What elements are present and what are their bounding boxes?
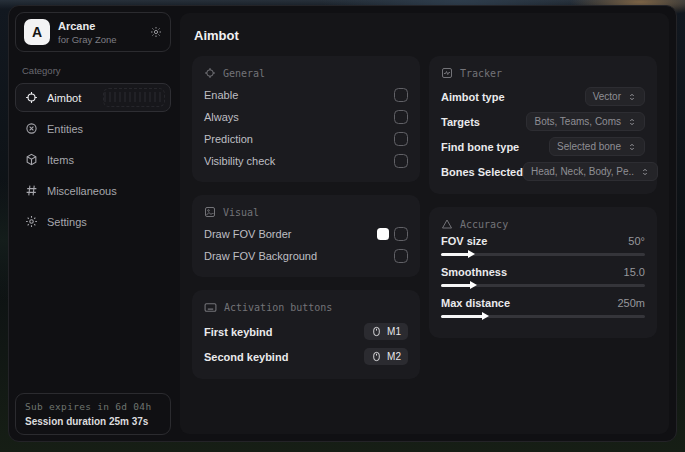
sub-expires-text: Sub expires in 6d 04h <box>25 401 161 412</box>
activity-icon <box>441 67 453 79</box>
toggle-row: Draw FOV Border <box>204 223 408 245</box>
sidebar: A Arcane for Gray Zone Category Aimbot <box>9 6 177 441</box>
select-label: Bones Selected <box>441 166 523 178</box>
session-duration-text: Session duration 25m 37s <box>25 416 161 427</box>
select-row: Aimbot type Vector <box>441 84 645 109</box>
always-checkbox[interactable] <box>394 110 408 124</box>
chevrons-up-down-icon <box>627 92 637 102</box>
chevrons-up-down-icon <box>627 142 637 152</box>
toggle-row: Visibility check <box>204 150 408 172</box>
tracker-card: Tracker Aimbot type Vector <box>429 56 657 194</box>
chevrons-up-down-icon <box>640 167 650 177</box>
slider-handle[interactable] <box>470 281 477 289</box>
triangle-icon <box>441 218 453 230</box>
draw-fov-background-checkbox[interactable] <box>394 249 408 263</box>
toggle-label: Prediction <box>204 133 253 145</box>
sidebar-item-items[interactable]: Items <box>15 145 171 174</box>
gear-icon[interactable] <box>150 26 162 38</box>
keyboard-icon <box>204 301 217 314</box>
keybind-row: First keybind M1 <box>204 319 408 344</box>
slider-value: 50° <box>628 235 645 247</box>
hash-icon <box>25 184 38 197</box>
activation-card: Activation buttons First keybind M1 <box>192 290 420 379</box>
sidebar-item-label: Miscellaneous <box>47 185 117 197</box>
toggle-label: Enable <box>204 89 238 101</box>
card-title: Visual <box>223 207 259 218</box>
slider-value: 15.0 <box>624 266 645 278</box>
brand-logo: A <box>24 19 50 45</box>
slider-group: FOV size 50° <box>441 235 645 259</box>
fov-size-slider[interactable] <box>441 249 645 259</box>
watermark-pattern <box>103 88 165 107</box>
slider-group: Smoothness 15.0 <box>441 266 645 290</box>
keybind-label: First keybind <box>204 326 272 338</box>
chevrons-up-down-icon <box>627 117 637 127</box>
image-icon <box>204 206 216 218</box>
select-value: Selected bone <box>557 141 621 152</box>
select-row: Find bone type Selected bone <box>441 134 645 159</box>
slider-fill <box>441 284 472 287</box>
second-keybind-button[interactable]: M2 <box>364 348 408 365</box>
targets-select[interactable]: Bots, Teams, Coms <box>526 112 645 131</box>
sidebar-item-label: Entities <box>47 123 83 135</box>
select-label: Aimbot type <box>441 91 505 103</box>
select-row: Bones Selected Head, Neck, Body, Pe.. <box>441 159 645 184</box>
toggle-row: Draw FOV Background <box>204 245 408 267</box>
slider-handle[interactable] <box>468 250 475 258</box>
card-title: General <box>223 68 265 79</box>
brand-name: Arcane <box>58 20 117 32</box>
color-swatch[interactable] <box>377 228 389 240</box>
select-value: Head, Neck, Body, Pe.. <box>531 166 634 177</box>
find-bone-type-select[interactable]: Selected bone <box>549 137 645 156</box>
brand-subtitle: for Gray Zone <box>58 34 117 45</box>
card-title: Accuracy <box>460 219 508 230</box>
card-title: Activation buttons <box>224 302 332 313</box>
toggle-row: Prediction <box>204 128 408 150</box>
slider-label: Max distance <box>441 297 510 309</box>
select-label: Find bone type <box>441 141 519 153</box>
sidebar-item-entities[interactable]: Entities <box>15 114 171 143</box>
slider-group: Max distance 250m <box>441 297 645 321</box>
sidebar-item-label: Aimbot <box>47 92 81 104</box>
sidebar-item-miscellaneous[interactable]: Miscellaneous <box>15 176 171 205</box>
visibility-check-checkbox[interactable] <box>394 154 408 168</box>
accuracy-card: Accuracy FOV size 50° <box>429 207 657 338</box>
smoothness-slider[interactable] <box>441 280 645 290</box>
slider-value: 250m <box>617 297 645 309</box>
page-title: Aimbot <box>194 28 655 43</box>
crosshair-icon <box>25 91 38 104</box>
slider-fill <box>441 315 484 318</box>
select-value: Vector <box>593 91 621 102</box>
bones-selected-select[interactable]: Head, Neck, Body, Pe.. <box>523 162 658 181</box>
max-distance-slider[interactable] <box>441 311 645 321</box>
slider-label: Smoothness <box>441 266 507 278</box>
sidebar-item-settings[interactable]: Settings <box>15 207 171 236</box>
sidebar-item-label: Settings <box>47 216 87 228</box>
toggle-label: Draw FOV Background <box>204 250 317 262</box>
enable-checkbox[interactable] <box>394 88 408 102</box>
select-value: Bots, Teams, Coms <box>534 116 621 127</box>
toggle-label: Draw FOV Border <box>204 228 291 240</box>
slider-handle[interactable] <box>482 312 489 320</box>
toggle-label: Always <box>204 111 239 123</box>
sidebar-item-aimbot[interactable]: Aimbot <box>15 83 171 112</box>
keybind-value: M1 <box>387 326 401 337</box>
keybind-value: M2 <box>387 351 401 362</box>
crosshair-icon <box>204 67 216 79</box>
prediction-checkbox[interactable] <box>394 132 408 146</box>
keybind-row: Second keybind M2 <box>204 344 408 369</box>
first-keybind-button[interactable]: M1 <box>364 323 408 340</box>
category-label: Category <box>22 65 164 76</box>
slider-label: FOV size <box>441 235 487 247</box>
sidebar-item-label: Items <box>47 154 74 166</box>
draw-fov-border-checkbox[interactable] <box>394 227 408 241</box>
app-window: A Arcane for Gray Zone Category Aimbot <box>8 5 677 442</box>
toggle-row: Always <box>204 106 408 128</box>
select-label: Targets <box>441 116 480 128</box>
general-card: General Enable Always Prediction <box>192 56 420 182</box>
mouse-icon <box>371 326 382 337</box>
subscription-card: Sub expires in 6d 04h Session duration 2… <box>15 393 171 435</box>
mouse-icon <box>371 351 382 362</box>
brand-card: A Arcane for Gray Zone <box>15 12 171 52</box>
aimbot-type-select[interactable]: Vector <box>585 87 645 106</box>
